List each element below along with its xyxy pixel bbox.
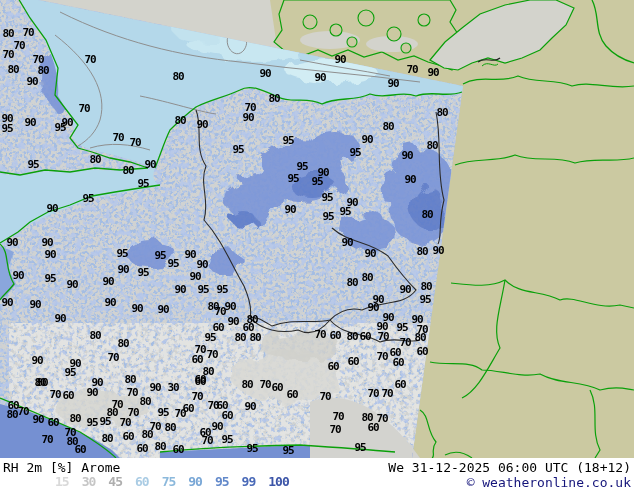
contour-label: 95: [197, 284, 208, 295]
contour-label: 90: [242, 112, 253, 123]
contour-label: 80: [139, 396, 150, 407]
contour-label: 80: [34, 377, 45, 388]
contour-label: 60: [394, 379, 405, 390]
contour-label: 90: [24, 117, 35, 128]
contour-label: 90: [334, 54, 345, 65]
map-title: RH 2m [%] Arome: [3, 460, 120, 475]
contour-label: 90: [31, 355, 42, 366]
contour-label: 90: [29, 299, 40, 310]
contour-label: 60: [47, 417, 58, 428]
scale-value: 15: [55, 474, 69, 489]
contour-label: 70: [332, 411, 343, 422]
contour-label: 90: [32, 414, 43, 425]
contour-label: 90: [401, 150, 412, 161]
weather-map-page: 8070707070808090707080908070707080909070…: [0, 0, 634, 490]
contour-label: 80: [69, 413, 80, 424]
scale-value: 30: [82, 474, 96, 489]
contour-label: 90: [104, 297, 115, 308]
contour-label: 80: [37, 65, 48, 76]
contour-label: 90: [41, 237, 52, 248]
contour-label: 70: [22, 27, 33, 38]
contour-label: 70: [214, 306, 225, 317]
contour-label: 95: [204, 332, 215, 343]
contour-label: 80: [346, 331, 357, 342]
contour-label: 90: [102, 276, 113, 287]
contour-labels-layer: 8070707070808090707080908070707080909070…: [0, 0, 634, 458]
contour-label: 95: [157, 407, 168, 418]
contour-label: 80: [106, 407, 117, 418]
contour-label: 70: [201, 435, 212, 446]
contour-label: 60: [416, 346, 427, 357]
contour-label: 80: [172, 71, 183, 82]
contour-label: 70: [127, 407, 138, 418]
contour-label: 90: [1, 297, 12, 308]
contour-label: 70: [381, 388, 392, 399]
contour-label: 95: [116, 248, 127, 259]
contour-label: 70: [259, 379, 270, 390]
contour-label: 60: [221, 410, 232, 421]
contour-label: 70: [129, 137, 140, 148]
contour-label: 80: [382, 121, 393, 132]
contour-label: 95: [86, 417, 97, 428]
contour-label: 70: [406, 64, 417, 75]
contour-label: 80: [101, 433, 112, 444]
contour-label: 80: [7, 64, 18, 75]
contour-label: 90: [6, 237, 17, 248]
contour-label: 60: [327, 361, 338, 372]
weather-map[interactable]: 8070707070808090707080908070707080909070…: [0, 0, 634, 458]
contour-label: 90: [224, 301, 235, 312]
contour-label: 70: [17, 406, 28, 417]
contour-label: 80: [124, 374, 135, 385]
contour-label: 70: [376, 351, 387, 362]
contour-label: 95: [311, 176, 322, 187]
contour-label: 70: [112, 132, 123, 143]
contour-label: 70: [399, 337, 410, 348]
contour-label: 95: [296, 161, 307, 172]
contour-label: 90: [117, 264, 128, 275]
contour-label: 95: [232, 144, 243, 155]
contour-label: 90: [44, 249, 55, 260]
contour-label: 90: [66, 279, 77, 290]
contour-label: 90: [184, 249, 195, 260]
contour-label: 95: [287, 173, 298, 184]
contour-label: 80: [174, 115, 185, 126]
contour-label: 60: [172, 444, 183, 455]
contour-label: 90: [432, 245, 443, 256]
contour-label: 60: [271, 382, 282, 393]
contour-label: 90: [86, 387, 97, 398]
contour-label: 90: [259, 68, 270, 79]
contour-label: 90: [404, 174, 415, 185]
contour-label: 90: [399, 284, 410, 295]
contour-label: 95: [54, 122, 65, 133]
contour-label: 70: [78, 103, 89, 114]
contour-label: 60: [347, 356, 358, 367]
contour-label: 30: [167, 382, 178, 393]
contour-label: 80: [89, 154, 100, 165]
contour-label: 95: [44, 273, 55, 284]
contour-label: 60: [359, 331, 370, 342]
contour-label: 70: [126, 387, 137, 398]
contour-label: 80: [416, 246, 427, 257]
contour-label: 80: [436, 107, 447, 118]
contour-label: 90: [227, 316, 238, 327]
contour-label: 80: [246, 314, 257, 325]
contour-label: 95: [419, 294, 430, 305]
contour-label: 90: [284, 204, 295, 215]
contour-label: 70: [2, 49, 13, 60]
contour-label: 90: [346, 197, 357, 208]
contour-label: 90: [341, 237, 352, 248]
contour-label: 90: [427, 67, 438, 78]
contour-label: 80: [414, 332, 425, 343]
contour-label: 90: [46, 203, 57, 214]
contour-label: 90: [361, 134, 372, 145]
contour-label: 90: [54, 313, 65, 324]
contour-label: 90: [157, 304, 168, 315]
contour-label: 80: [89, 330, 100, 341]
contour-label: 95: [246, 443, 257, 454]
contour-label: 80: [241, 379, 252, 390]
contour-label: 70: [329, 424, 340, 435]
contour-label: 80: [141, 429, 152, 440]
contour-label: 90: [367, 302, 378, 313]
scale-value: 99: [242, 474, 256, 489]
contour-label: 95: [396, 322, 407, 333]
